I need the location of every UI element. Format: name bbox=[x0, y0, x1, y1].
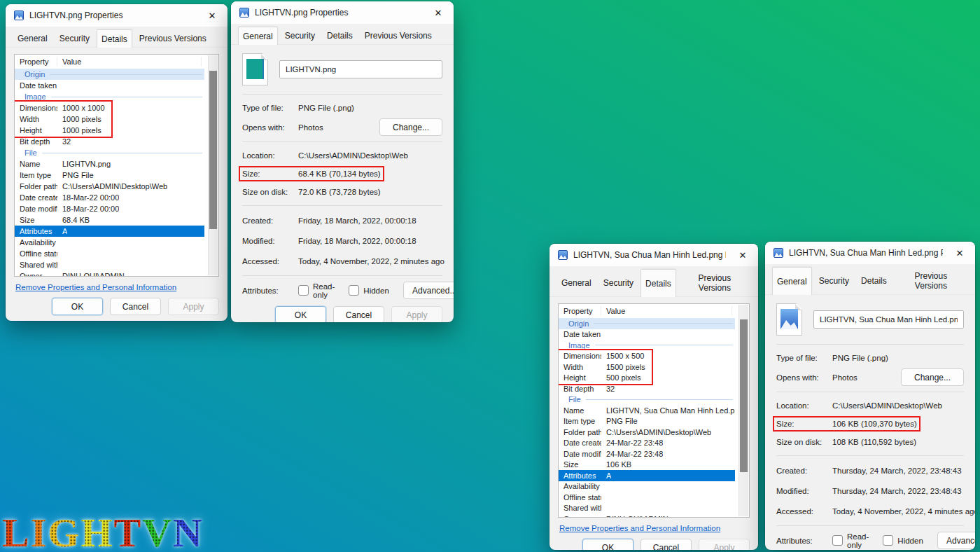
tab-previous-versions[interactable]: Previous Versions bbox=[678, 269, 751, 296]
divider bbox=[242, 205, 442, 206]
property-row[interactable]: Availability bbox=[15, 237, 204, 248]
property-row[interactable]: Width1500 pixels bbox=[559, 361, 651, 373]
property-row[interactable]: Dimensions1000 x 1000 bbox=[15, 102, 111, 113]
close-icon[interactable]: ✕ bbox=[948, 244, 971, 262]
property-row[interactable]: OwnerDINH-QUI\ADMIN bbox=[559, 513, 735, 518]
property-row[interactable]: Date taken bbox=[15, 80, 204, 91]
advanced-button[interactable]: Advanced... bbox=[937, 532, 975, 549]
file-name-input[interactable] bbox=[279, 60, 442, 78]
property-row[interactable]: Bit depth32 bbox=[559, 383, 735, 394]
property-row[interactable]: Date created18-Mar-22 00:00 bbox=[15, 192, 204, 203]
tab-bar: GeneralSecurityDetailsPrevious Versions bbox=[6, 27, 227, 48]
ok-button[interactable]: OK bbox=[275, 306, 326, 322]
property-row[interactable]: Height1000 pixels bbox=[15, 125, 111, 136]
close-icon[interactable]: ✕ bbox=[201, 6, 223, 25]
tab-security[interactable]: Security bbox=[598, 269, 638, 296]
tab-bar: GeneralSecurityDetailsPrevious Versions bbox=[231, 24, 454, 45]
property-row[interactable]: NameLIGHTVN.png bbox=[15, 158, 204, 170]
field-label: Size on disk: bbox=[776, 438, 832, 446]
checkbox-label: Hidden bbox=[363, 287, 388, 295]
property-row[interactable]: Folder pathC:\Users\ADMIN\Desktop\Web bbox=[559, 427, 735, 438]
tab-security[interactable]: Security bbox=[55, 29, 94, 47]
tab-security[interactable]: Security bbox=[814, 267, 854, 294]
property-row[interactable]: NameLIGHTVN, Sua Chua Man Hinh Led.png bbox=[559, 405, 735, 416]
property-row[interactable]: Height500 pixels bbox=[559, 373, 651, 384]
tab-previous-versions[interactable]: Previous Versions bbox=[894, 267, 968, 294]
readonly-checkbox[interactable] bbox=[832, 535, 843, 546]
highlight-box: Dimensions1500 x 500Width1500 pixelsHeig… bbox=[559, 351, 651, 384]
ok-button[interactable]: OK bbox=[52, 298, 103, 315]
lightvn-logo: LIGHTVN bbox=[2, 511, 204, 552]
close-icon[interactable]: ✕ bbox=[732, 246, 754, 264]
photo-thumbnail bbox=[780, 309, 798, 329]
file-name-input[interactable] bbox=[813, 310, 964, 329]
field-value: Friday, 18 March, 2022, 00:00:18 bbox=[298, 237, 416, 245]
tab-previous-versions[interactable]: Previous Versions bbox=[360, 27, 437, 44]
hidden-checkbox[interactable] bbox=[883, 535, 893, 546]
property-row[interactable]: AttributesA bbox=[559, 470, 735, 481]
property-row[interactable]: Width1000 pixels bbox=[15, 113, 111, 125]
property-row[interactable]: Date modified18-Mar-22 00:00 bbox=[15, 203, 204, 214]
property-row[interactable]: Offline status bbox=[15, 248, 204, 259]
group-header-file: File bbox=[559, 394, 735, 406]
tab-details[interactable]: Details bbox=[856, 267, 892, 294]
property-row[interactable]: Size68.4 KB bbox=[15, 214, 204, 226]
details-property-list: Property Value OriginDate takenImageDime… bbox=[14, 54, 219, 277]
apply-button: Apply bbox=[168, 298, 219, 315]
remove-properties-link[interactable]: Remove Properties and Personal Informati… bbox=[15, 283, 176, 291]
advanced-button[interactable]: Advanced... bbox=[403, 282, 454, 299]
field-label: Size: bbox=[242, 170, 298, 178]
property-row[interactable]: Bit depth32 bbox=[15, 136, 204, 147]
png-thumbnail-icon bbox=[776, 303, 802, 336]
tab-security[interactable]: Security bbox=[280, 27, 320, 44]
tab-general[interactable]: General bbox=[238, 27, 278, 45]
tab-general[interactable]: General bbox=[556, 269, 596, 296]
tab-general[interactable]: General bbox=[772, 267, 812, 295]
tab-general[interactable]: General bbox=[13, 29, 52, 47]
checkbox-label: Hidden bbox=[897, 537, 923, 545]
property-row[interactable]: Date modified24-Mar-22 23:48 bbox=[559, 448, 735, 460]
change-button[interactable]: Change... bbox=[379, 118, 442, 136]
cancel-button[interactable]: Cancel bbox=[640, 539, 692, 550]
field-label: Accessed: bbox=[242, 257, 298, 265]
cancel-button[interactable]: Cancel bbox=[110, 298, 161, 315]
field-label: Location: bbox=[776, 401, 832, 410]
properties-dialog-general-2: LIGHTVN, Sua Chua Man Hinh Led.png Prope… bbox=[765, 242, 975, 550]
group-header-file: File bbox=[15, 147, 204, 158]
property-row[interactable]: OwnerDINH-QUI\ADMIN bbox=[15, 270, 204, 277]
scrollbar-thumb[interactable] bbox=[209, 71, 217, 229]
property-row[interactable]: Date created24-Mar-22 23:48 bbox=[559, 438, 735, 449]
vertical-scrollbar[interactable] bbox=[208, 55, 218, 275]
property-row[interactable]: Dimensions1500 x 500 bbox=[559, 351, 651, 362]
highlight-box: Size: 106 KB (109,370 bytes) bbox=[776, 420, 917, 428]
group-header-origin: Origin bbox=[15, 69, 204, 80]
property-row[interactable]: Item typePNG File bbox=[559, 416, 735, 427]
remove-properties-link[interactable]: Remove Properties and Personal Informati… bbox=[559, 524, 720, 532]
tab-previous-versions[interactable]: Previous Versions bbox=[134, 29, 211, 47]
vertical-scrollbar[interactable] bbox=[738, 305, 748, 516]
property-row[interactable]: Shared with bbox=[559, 503, 735, 514]
readonly-checkbox[interactable] bbox=[298, 285, 309, 296]
property-row[interactable]: Item typePNG File bbox=[15, 170, 204, 181]
tab-details[interactable]: Details bbox=[97, 29, 132, 48]
change-button[interactable]: Change... bbox=[901, 368, 964, 386]
property-row[interactable]: Folder pathC:\Users\ADMIN\Desktop\Web bbox=[15, 181, 204, 192]
property-row[interactable]: Size106 KB bbox=[559, 460, 735, 471]
dialog-footer: OK Cancel Apply bbox=[242, 301, 442, 322]
property-row[interactable]: Offline status bbox=[559, 492, 735, 503]
dialog-title: LIGHTVN, Sua Chua Man Hinh Led.png Prope… bbox=[573, 250, 726, 260]
tab-details[interactable]: Details bbox=[322, 27, 358, 44]
group-header-image: Image bbox=[15, 91, 204, 102]
property-row[interactable]: Shared with bbox=[15, 259, 204, 270]
property-row[interactable]: Availability bbox=[559, 481, 735, 492]
tab-details[interactable]: Details bbox=[640, 269, 676, 297]
hidden-checkbox[interactable] bbox=[349, 285, 359, 296]
close-icon[interactable]: ✕ bbox=[427, 4, 449, 22]
ok-button[interactable]: OK bbox=[582, 539, 634, 550]
column-header-value: Value bbox=[601, 307, 735, 315]
cancel-button[interactable]: Cancel bbox=[333, 306, 384, 322]
property-row[interactable]: AttributesA bbox=[15, 226, 204, 237]
property-row[interactable]: Date taken bbox=[559, 329, 735, 340]
divider bbox=[242, 142, 442, 142]
scrollbar-thumb[interactable] bbox=[740, 319, 748, 471]
